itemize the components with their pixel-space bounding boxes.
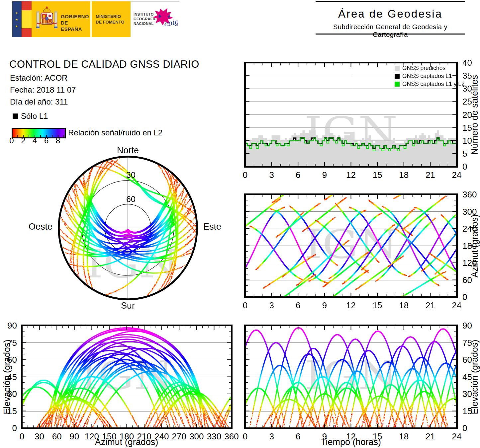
legend-label: GNSS captados L1 y L2 bbox=[402, 81, 465, 88]
flag-red-band bbox=[22, 28, 32, 37]
tick-label: 60 bbox=[462, 275, 472, 285]
tick-label: 0 bbox=[243, 431, 247, 442]
flag-red-band bbox=[22, 1, 32, 10]
tick-label: 180 bbox=[462, 241, 477, 251]
colorbar-tick bbox=[29, 135, 29, 137]
legend-color-swatch bbox=[395, 82, 400, 87]
skyplot-north-label: Norte bbox=[111, 145, 144, 156]
tick-label: 120 bbox=[462, 258, 477, 268]
elevation-azimuth-chart bbox=[21, 325, 233, 429]
eu-flag-strip: ★ ★ ★ bbox=[12, 1, 22, 37]
tick-label: 60 bbox=[462, 355, 472, 365]
tick-label: 300 bbox=[462, 206, 477, 217]
elevation-time-chart bbox=[244, 325, 458, 429]
gobierno-line1: GOBIERNO bbox=[61, 13, 90, 20]
skyplot-ring-label: 30 bbox=[126, 170, 136, 180]
ministerio-block: MINISTERIO DE FOMENTO bbox=[92, 1, 131, 37]
colorbar-tick-label: 6 bbox=[44, 136, 48, 145]
legend-color-swatch bbox=[395, 74, 400, 79]
tick-label: 0 bbox=[243, 300, 247, 311]
tick-label: 15 bbox=[373, 300, 382, 311]
tick-label: 3 bbox=[269, 300, 274, 311]
legend-item: GNSS captados L1 bbox=[395, 72, 465, 80]
tick-label: 360 bbox=[224, 431, 239, 442]
report-title: CONTROL DE CALIDAD GNSS DIARIO bbox=[9, 58, 199, 70]
tick-label: 6 bbox=[296, 431, 300, 442]
tick-label: 60 bbox=[7, 355, 17, 365]
tick-label: 75 bbox=[7, 337, 17, 348]
legend-label: GNSS captados L1 bbox=[402, 73, 452, 80]
tick-label: 150 bbox=[102, 431, 116, 442]
tick-label: 15 bbox=[7, 406, 17, 416]
tick-label: 21 bbox=[426, 431, 435, 442]
geodesia-header: Área de Geodesia Subdirección General de… bbox=[316, 1, 465, 35]
tick-label: 0 bbox=[462, 423, 467, 433]
tick-label: 9 bbox=[322, 300, 327, 311]
skyplot-west-label: Oeste bbox=[19, 222, 52, 232]
ministerio-line1: MINISTERIO bbox=[96, 14, 131, 19]
tick-label: 330 bbox=[207, 431, 221, 442]
tick-label: 9 bbox=[322, 170, 327, 180]
spain-government-banner: ★ ★ ★ GOBIERNO DE ESPAÑA bbox=[12, 1, 179, 37]
tick-label: 360 bbox=[462, 189, 477, 200]
tick-label: 24 bbox=[452, 300, 462, 311]
instituto-geografico-block: INSTITUTO GEOGRÁFICO NACIONAL cnig bbox=[131, 1, 179, 37]
tick-label: 75 bbox=[462, 337, 472, 348]
black-square-icon bbox=[13, 113, 18, 119]
tick-label: 18 bbox=[399, 431, 409, 442]
tick-label: 5 bbox=[462, 148, 467, 159]
colorbar-tick-label: 2 bbox=[21, 136, 25, 145]
tick-label: 30 bbox=[7, 389, 17, 399]
tick-label: 21 bbox=[426, 300, 435, 311]
tick-label: 15 bbox=[462, 406, 472, 416]
tick-label: 60 bbox=[52, 431, 62, 442]
tick-label: 15 bbox=[373, 431, 382, 442]
colorbar-tick bbox=[52, 135, 52, 137]
tick-label: 45 bbox=[462, 372, 472, 382]
tick-label: 18 bbox=[399, 300, 409, 311]
colorbar-tick-label: 8 bbox=[56, 136, 60, 145]
tick-label: 240 bbox=[462, 224, 477, 234]
colorbar-tick-label: 0 bbox=[9, 136, 14, 145]
tick-label: 30 bbox=[35, 431, 44, 442]
eu-star-icon: ★ bbox=[15, 25, 18, 28]
day-of-year-info: Día del año: 311 bbox=[10, 97, 68, 107]
tick-label: 25 bbox=[462, 97, 472, 107]
colorbar-label: Relación señal/ruido en L2 bbox=[68, 128, 162, 137]
tick-label: 90 bbox=[462, 321, 472, 331]
gobierno-text: GOBIERNO DE ESPAÑA bbox=[61, 13, 90, 32]
tick-label: 30 bbox=[462, 389, 472, 399]
tick-label: 120 bbox=[85, 431, 99, 442]
tick-label: 90 bbox=[69, 431, 79, 442]
ministerio-line2: DE FOMENTO bbox=[96, 19, 131, 25]
skyplot-south-label: Sur bbox=[111, 301, 144, 311]
spain-coat-of-arms-icon bbox=[36, 6, 57, 33]
tick-label: 24 bbox=[452, 170, 462, 180]
tick-label: 45 bbox=[7, 372, 17, 382]
colorbar-tick bbox=[17, 135, 18, 137]
tick-label: 20 bbox=[462, 110, 472, 120]
colorbar-tick bbox=[35, 135, 35, 137]
tick-label: 24 bbox=[452, 431, 462, 442]
flag-yellow-band bbox=[22, 10, 32, 28]
gobierno-line2: DE ESPAÑA bbox=[61, 20, 90, 32]
tick-label: 12 bbox=[346, 300, 356, 311]
colorbar-tick-label: 4 bbox=[33, 136, 37, 145]
tick-label: 240 bbox=[154, 431, 169, 442]
tick-label: 35 bbox=[462, 71, 472, 81]
tick-label: 12 bbox=[346, 170, 356, 180]
header-title: Área de Geodesia bbox=[316, 8, 465, 20]
legend-color-swatch bbox=[395, 66, 400, 71]
tick-label: 18 bbox=[399, 170, 409, 180]
spain-flag-strip bbox=[22, 1, 32, 37]
colorbar-tick bbox=[46, 135, 47, 137]
tick-label: 6 bbox=[296, 170, 300, 180]
tick-label: 300 bbox=[189, 431, 204, 442]
tick-label: 15 bbox=[373, 170, 382, 180]
tick-label: 40 bbox=[462, 58, 472, 68]
solo-l1-label: Sólo L1 bbox=[21, 112, 48, 121]
skyplot-ring-label: 60 bbox=[126, 194, 136, 204]
solo-l1-legend: Sólo L1 bbox=[13, 112, 48, 121]
azimuth-time-chart bbox=[244, 193, 458, 298]
legend-item: GNSS predichos bbox=[395, 64, 465, 72]
